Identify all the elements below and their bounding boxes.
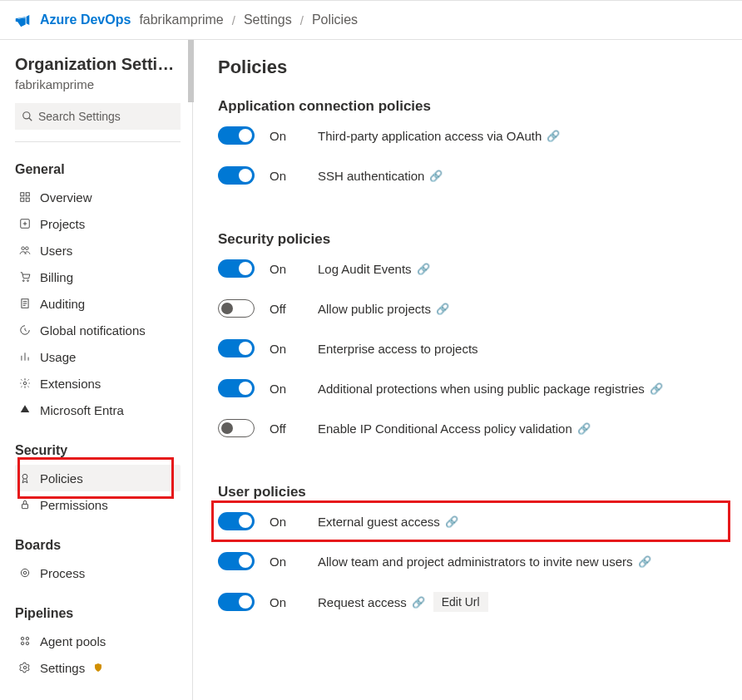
svg-point-12 <box>27 280 29 282</box>
link-icon[interactable]: 🔗 <box>445 515 458 528</box>
toggle-state: On <box>270 515 303 529</box>
policy-row-guest-access: On External guest access🔗 <box>218 512 735 530</box>
edit-url-button[interactable]: Edit Url <box>433 592 488 612</box>
breadcrumb: Azure DevOps fabrikamprime / Settings / … <box>0 0 742 40</box>
svg-point-25 <box>21 637 24 640</box>
sidebar-item-label: Process <box>40 566 85 580</box>
sidebar-item-auditing[interactable]: Auditing <box>15 290 181 317</box>
svg-rect-3 <box>26 193 29 196</box>
policy-row-invite-users: On Allow team and project administrators… <box>218 552 735 570</box>
settings-icon <box>18 662 32 673</box>
main-content: Policies Application connection policies… <box>193 40 742 700</box>
link-icon[interactable]: 🔗 <box>417 263 430 275</box>
toggle-enterprise-access[interactable] <box>218 339 255 357</box>
breadcrumb-sep-icon: / <box>232 13 235 27</box>
policy-label: Enterprise access to projects <box>318 342 478 356</box>
toggle-public-projects[interactable] <box>218 299 255 318</box>
search-icon <box>22 111 33 122</box>
svg-rect-2 <box>21 193 24 196</box>
breadcrumb-settings[interactable]: Settings <box>244 12 292 27</box>
sidebar-item-users[interactable]: Users <box>15 237 181 264</box>
sidebar-item-process[interactable]: Process <box>15 560 181 586</box>
sidebar-item-permissions[interactable]: Permissions <box>15 491 181 518</box>
section-title-app-connection: Application connection policies <box>218 98 735 115</box>
policy-row-public-projects: Off Allow public projects🔗 <box>218 299 735 318</box>
svg-point-23 <box>23 571 27 574</box>
sidebar-item-microsoft-entra[interactable]: Microsoft Entra <box>15 397 181 423</box>
breadcrumb-sep-icon: / <box>300 13 304 27</box>
link-icon[interactable]: 🔗 <box>577 422 591 435</box>
policy-row-oauth: On Third-party application access via OA… <box>218 126 735 145</box>
policy-row-audit: On Log Audit Events🔗 <box>218 259 735 278</box>
svg-point-10 <box>26 247 28 250</box>
sidebar-item-label: Extensions <box>40 377 101 391</box>
sidebar-item-label: Billing <box>40 270 73 284</box>
svg-point-0 <box>23 112 30 119</box>
breadcrumb-org[interactable]: fabrikamprime <box>139 12 223 27</box>
sidebar-item-usage[interactable]: Usage <box>15 343 181 370</box>
link-icon[interactable]: 🔗 <box>650 382 663 395</box>
toggle-state: On <box>270 262 303 276</box>
sidebar-item-label: Global notifications <box>40 323 146 338</box>
policy-row-request-access: On Request access 🔗 Edit Url <box>218 592 735 612</box>
breadcrumb-policies[interactable]: Policies <box>312 12 358 27</box>
policy-label: Enable IP Conditional Access policy vali… <box>318 421 572 436</box>
sidebar-item-global-notifications[interactable]: Global notifications <box>15 317 181 343</box>
process-icon <box>18 567 32 579</box>
page-title: Policies <box>218 57 735 78</box>
toggle-oauth[interactable] <box>218 126 255 145</box>
sidebar-item-overview[interactable]: Overview <box>15 184 181 210</box>
settings-search[interactable] <box>15 103 181 130</box>
toggle-state: On <box>270 169 303 183</box>
section-title-security: Security policies <box>218 231 735 248</box>
policy-row-package-protections: On Additional protections when using pub… <box>218 379 735 397</box>
toggle-guest-access[interactable] <box>218 512 255 530</box>
sidebar-heading-boards: Boards <box>15 538 181 553</box>
auditing-icon <box>18 298 32 309</box>
sidebar-item-label: Permissions <box>40 498 108 512</box>
sidebar-item-policies[interactable]: Policies <box>15 465 181 491</box>
search-input[interactable] <box>38 110 174 123</box>
azure-devops-logo-icon <box>13 11 32 29</box>
policy-label: Allow team and project administrators to… <box>318 555 633 569</box>
sidebar-item-label: Users <box>40 244 72 258</box>
sidebar-item-label: Policies <box>40 471 83 486</box>
sidebar-heading-security: Security <box>15 443 181 458</box>
sidebar-item-label: Usage <box>40 350 76 364</box>
link-icon[interactable]: 🔗 <box>412 596 425 609</box>
policy-label: Request access <box>318 595 407 609</box>
policy-row-enterprise-access: On Enterprise access to projects <box>218 339 735 357</box>
toggle-audit[interactable] <box>218 259 255 278</box>
link-icon[interactable]: 🔗 <box>436 303 449 315</box>
toggle-invite-users[interactable] <box>218 552 255 570</box>
policy-label: Allow public projects <box>318 302 431 316</box>
policy-label: SSH authentication <box>318 169 424 183</box>
toggle-state: On <box>270 595 303 609</box>
breadcrumb-product[interactable]: Azure DevOps <box>40 12 131 27</box>
svg-rect-5 <box>26 198 29 201</box>
sidebar-item-billing[interactable]: Billing <box>15 264 181 290</box>
projects-icon <box>18 218 32 229</box>
policy-row-ssh: On SSH authentication🔗 <box>218 166 735 185</box>
link-icon[interactable]: 🔗 <box>429 170 443 182</box>
sidebar-item-projects[interactable]: Projects <box>15 210 181 237</box>
toggle-package-protections[interactable] <box>218 379 255 397</box>
toggle-ssh[interactable] <box>218 166 255 185</box>
link-icon[interactable]: 🔗 <box>547 130 560 142</box>
sidebar-item-pipeline-settings[interactable]: Settings <box>15 654 181 681</box>
sidebar-item-agent-pools[interactable]: Agent pools <box>15 628 181 654</box>
toggle-state: On <box>270 555 303 569</box>
link-icon[interactable]: 🔗 <box>638 555 651 568</box>
svg-point-28 <box>26 642 29 645</box>
users-icon <box>18 244 32 256</box>
toggle-state: On <box>270 342 303 356</box>
sidebar-item-label: Agent pools <box>40 634 106 648</box>
sidebar-item-extensions[interactable]: Extensions <box>15 370 181 397</box>
toggle-state: On <box>270 129 303 143</box>
toggle-request-access[interactable] <box>218 593 255 611</box>
sidebar-item-label: Projects <box>40 217 85 231</box>
extensions-icon <box>18 377 32 389</box>
policy-row-ip-conditional: Off Enable IP Conditional Access policy … <box>218 419 735 437</box>
toggle-ip-conditional[interactable] <box>218 419 255 437</box>
entra-icon <box>18 404 32 416</box>
